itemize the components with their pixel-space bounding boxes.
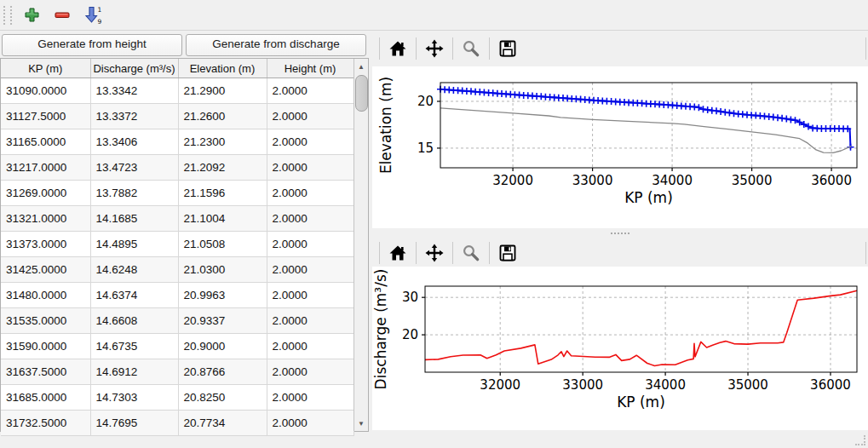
cell-2[interactable]: 21.2092	[178, 155, 267, 181]
elevation-plot-canvas[interactable]: 32000330003400035000360001520KP (m)Eleva…	[372, 66, 868, 228]
table-row[interactable]: 31637.500014.691220.87662.0000	[1, 359, 354, 385]
cell-2[interactable]: 20.9963	[178, 283, 267, 308]
cell-0[interactable]: 31590.0000	[1, 334, 90, 359]
cell-0[interactable]: 31217.0000	[1, 155, 90, 181]
scrollbar-thumb[interactable]	[355, 75, 368, 112]
cell-0[interactable]: 31090.0000	[1, 78, 90, 104]
home-button[interactable]	[387, 37, 409, 60]
cell-1[interactable]: 14.4895	[90, 232, 178, 257]
cell-3[interactable]: 2.0000	[267, 308, 354, 334]
table-row[interactable]: 31165.000013.340621.23002.0000	[1, 129, 354, 155]
cell-1[interactable]: 13.3406	[90, 129, 178, 155]
cell-0[interactable]: 31321.0000	[1, 206, 90, 232]
cell-1[interactable]: 14.6912	[90, 359, 178, 385]
table-row[interactable]: 31425.000014.624821.03002.0000	[1, 257, 354, 283]
cell-3[interactable]: 2.0000	[267, 181, 354, 206]
pan-button[interactable]	[423, 37, 445, 60]
cell-1[interactable]: 13.3342	[90, 78, 178, 104]
column-header-0[interactable]: KP (m)	[1, 59, 90, 78]
sort-button[interactable]: 1 9	[80, 3, 106, 27]
zoom-button[interactable]	[460, 242, 482, 264]
cell-2[interactable]: 21.1596	[178, 181, 267, 206]
table-row[interactable]: 31321.000014.168521.10042.0000	[1, 206, 354, 232]
table-row[interactable]: 31685.000014.730320.82502.0000	[1, 385, 354, 411]
table-scrollbar[interactable]: ▲ ▼	[354, 59, 368, 431]
discharge-plot-canvas[interactable]: 32000330003400035000360002030KP (m)Disch…	[372, 267, 868, 430]
cell-3[interactable]: 2.0000	[267, 385, 354, 411]
zoom-button[interactable]	[460, 37, 482, 60]
cell-3[interactable]: 2.0000	[267, 334, 354, 359]
series-water-surface-elevation-markers	[437, 86, 854, 151]
cell-0[interactable]: 31637.5000	[1, 359, 90, 385]
save-button[interactable]	[497, 242, 519, 264]
toolbar-drag-handle[interactable]	[3, 6, 12, 25]
cell-0[interactable]: 31732.5000	[1, 411, 90, 436]
remove-row-button[interactable]	[49, 3, 75, 27]
table-row[interactable]: 31373.000014.489521.05082.0000	[1, 232, 354, 257]
cell-2[interactable]: 21.0300	[178, 257, 267, 283]
table-row[interactable]: 31090.000013.334221.29002.0000	[1, 78, 354, 104]
cell-3[interactable]: 2.0000	[267, 155, 354, 181]
cell-2[interactable]: 21.2900	[178, 78, 267, 104]
cell-1[interactable]: 13.3372	[90, 104, 178, 129]
cell-3[interactable]: 2.0000	[267, 78, 354, 104]
generate-from-discharge-button[interactable]: Generate from discharge	[186, 34, 366, 56]
table-row[interactable]: 31590.000014.673520.90002.0000	[1, 334, 354, 359]
cell-1[interactable]: 14.6608	[90, 308, 178, 334]
cell-0[interactable]: 31685.0000	[1, 385, 90, 411]
cell-2[interactable]: 20.9337	[178, 308, 267, 334]
cell-2[interactable]: 21.0508	[178, 232, 267, 257]
panel-splitter[interactable]	[372, 228, 868, 238]
save-button[interactable]	[497, 37, 519, 60]
cell-1[interactable]: 14.6374	[90, 283, 178, 308]
cell-3[interactable]: 2.0000	[267, 283, 354, 308]
cell-3[interactable]: 2.0000	[267, 257, 354, 283]
cell-1[interactable]: 14.6735	[90, 334, 178, 359]
column-header-3[interactable]: Height (m)	[267, 59, 354, 78]
table-row[interactable]: 31732.500014.769520.77342.0000	[1, 411, 354, 436]
table-row[interactable]: 31127.500013.337221.26002.0000	[1, 104, 354, 129]
column-header-2[interactable]: Elevation (m)	[178, 59, 267, 78]
cell-3[interactable]: 2.0000	[267, 104, 354, 129]
cell-1[interactable]: 14.7695	[90, 411, 178, 436]
cell-2[interactable]: 20.8250	[178, 385, 267, 411]
cell-3[interactable]: 2.0000	[267, 206, 354, 232]
pan-button[interactable]	[423, 242, 445, 264]
scroll-up-arrow-icon[interactable]: ▲	[354, 59, 368, 74]
cell-0[interactable]: 31425.0000	[1, 257, 90, 283]
add-row-button[interactable]	[19, 3, 44, 27]
cell-0[interactable]: 31165.0000	[1, 129, 90, 155]
home-button[interactable]	[387, 242, 409, 264]
window-resize-grip[interactable]	[855, 435, 865, 445]
cell-1[interactable]: 14.1685	[90, 206, 178, 232]
table-row[interactable]: 31535.000014.660820.93372.0000	[1, 308, 354, 334]
table-row[interactable]: 31269.000013.788221.15962.0000	[1, 181, 354, 206]
cell-0[interactable]: 31480.0000	[1, 283, 90, 308]
cell-3[interactable]: 2.0000	[267, 359, 354, 385]
cell-0[interactable]: 31269.0000	[1, 181, 90, 206]
cell-2[interactable]: 21.2300	[178, 129, 267, 155]
plot-border	[440, 83, 857, 168]
cell-0[interactable]: 31535.0000	[1, 308, 90, 334]
scroll-down-arrow-icon[interactable]: ▼	[354, 416, 368, 431]
y-axis-label: Discharge (m³/s)	[372, 269, 389, 390]
cell-2[interactable]: 21.2600	[178, 104, 267, 129]
cell-0[interactable]: 31127.5000	[1, 104, 90, 129]
cell-3[interactable]: 2.0000	[267, 232, 354, 257]
cell-2[interactable]: 21.1004	[178, 206, 267, 232]
cell-0[interactable]: 31373.0000	[1, 232, 90, 257]
cell-2[interactable]: 20.7734	[178, 411, 267, 436]
cell-2[interactable]: 20.9000	[178, 334, 267, 359]
table-row[interactable]: 31217.000013.472321.20922.0000	[1, 155, 354, 181]
generate-from-height-button[interactable]: Generate from height	[2, 34, 182, 56]
table-row[interactable]: 31480.000014.637420.99632.0000	[1, 283, 354, 308]
cell-3[interactable]: 2.0000	[267, 411, 354, 436]
y-tick-label: 30	[402, 290, 418, 305]
cell-1[interactable]: 14.7303	[90, 385, 178, 411]
column-header-1[interactable]: Discharge (m³/s)	[90, 59, 178, 78]
cell-2[interactable]: 20.8766	[178, 359, 267, 385]
cell-1[interactable]: 14.6248	[90, 257, 178, 283]
cell-1[interactable]: 13.4723	[90, 155, 178, 181]
cell-3[interactable]: 2.0000	[267, 129, 354, 155]
cell-1[interactable]: 13.7882	[90, 181, 178, 206]
